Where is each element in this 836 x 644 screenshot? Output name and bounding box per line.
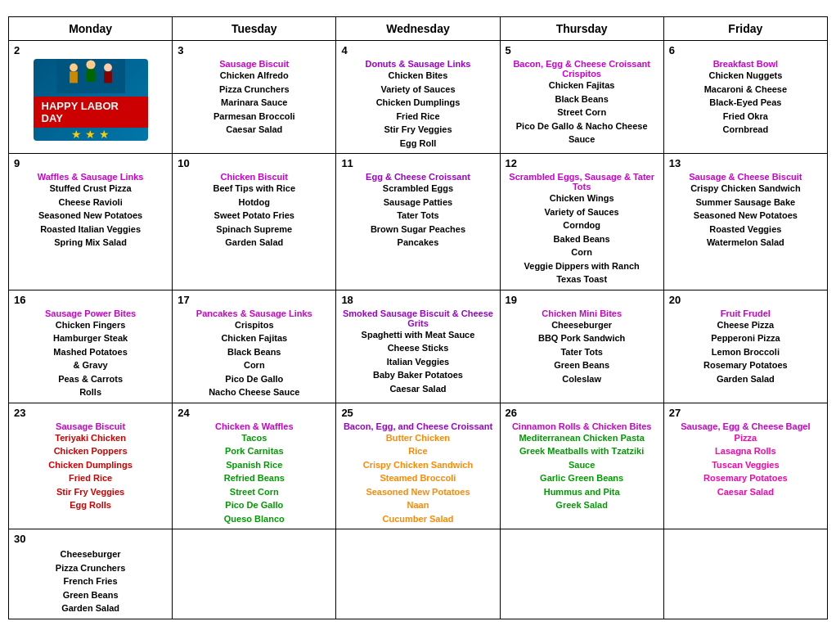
day-number: 23 <box>14 407 167 419</box>
lunch-item: Pepperoni Pizza <box>669 331 822 345</box>
lunch-item: Cucumber Salad <box>341 512 494 526</box>
day-cell: 19Chicken Mini BitesCheeseburgerBBQ Pork… <box>500 290 663 403</box>
lunch-item: Pizza Crunchers <box>178 83 330 97</box>
lunch-item: Stir Fry Veggies <box>14 485 167 499</box>
day-cell: 12Scrambled Eggs, Sausage & Tater TotsCh… <box>500 154 663 290</box>
lunch-item: Pizza Crunchers <box>14 561 167 575</box>
lunch-item: Pico De Gallo <box>178 498 330 512</box>
lunch-item: Pizza <box>669 431 822 445</box>
day-cell <box>336 529 500 619</box>
labor-day-image: HAPPY LABOR DAY ★ ★ ★ <box>34 59 148 141</box>
lunch-item: Chicken Dumplings <box>341 96 494 110</box>
lunch-item: Chicken Fajitas <box>178 331 330 345</box>
lunch-item: Scrambled Eggs <box>341 182 494 196</box>
day-number: 3 <box>178 44 330 56</box>
week-row-3: 23Sausage BiscuitTeriyaki ChickenChicken… <box>9 403 828 529</box>
lunch-item: Coleslaw <box>506 372 658 386</box>
breakfast-item: Sausage & Cheese Biscuit <box>669 172 822 182</box>
svg-point-1 <box>70 64 78 72</box>
lunch-item: Sausage Patties <box>341 196 494 209</box>
lunch-item: Greek Meatballs with Tzatziki <box>506 444 658 458</box>
lunch-item: Mashed Potatoes <box>14 345 167 359</box>
lunch-items: Chicken BitesVariety of SaucesChicken Du… <box>341 69 494 150</box>
lunch-items: CrispitosChicken FajitasBlack BeansCornP… <box>178 318 330 399</box>
day-cell: 18Smoked Sausage Biscuit & Cheese GritsS… <box>336 290 500 403</box>
day-number: 26 <box>506 407 658 419</box>
breakfast-item: Bacon, Egg, and Cheese Croissant <box>341 421 494 431</box>
lunch-item: Variety of Sauces <box>506 205 658 219</box>
lunch-item: Cheeseburger <box>14 547 167 561</box>
lunch-items: CheeseburgerPizza CrunchersFrench FriesG… <box>14 547 167 615</box>
lunch-item: Spinach Supreme <box>178 223 330 236</box>
lunch-item: Hamburger Steak <box>14 331 167 345</box>
day-number: 19 <box>506 294 658 306</box>
lunch-items: Spaghetti with Meat SauceCheese SticksIt… <box>341 328 494 396</box>
lunch-item: Watermelon Salad <box>669 236 822 250</box>
lunch-item: Spring Mix Salad <box>14 236 167 250</box>
lunch-item: Tater Tots <box>341 209 494 223</box>
lunch-item: Italian Veggies <box>341 355 494 369</box>
lunch-item: Stir Fry Veggies <box>341 123 494 137</box>
day-number: 24 <box>178 407 330 419</box>
day-number: 18 <box>341 294 494 306</box>
lunch-item: Cornbread <box>669 123 822 137</box>
lunch-item: Baby Baker Potatoes <box>341 368 494 382</box>
breakfast-item: Scrambled Eggs, Sausage & Tater Tots <box>506 172 658 191</box>
lunch-item: Chicken Poppers <box>14 444 167 458</box>
lunch-item: Lasagna Rolls <box>669 444 822 458</box>
svg-rect-2 <box>70 71 78 83</box>
lunch-item: Cheese Pizza <box>669 318 822 332</box>
day-number: 20 <box>669 294 822 306</box>
lunch-item: Chicken Fingers <box>14 318 167 332</box>
lunch-item: Garden Salad <box>178 236 330 250</box>
lunch-item: Fried Rice <box>14 471 167 485</box>
lunch-item: Greek Salad <box>506 498 658 512</box>
breakfast-item: Chicken Biscuit <box>178 172 330 182</box>
lunch-item: Chicken Fajitas <box>506 79 658 92</box>
day-cell: 2 HAPPY LABOR DAY ★ ★ ★ <box>9 41 173 154</box>
lunch-item: Teriyaki Chicken <box>14 431 167 445</box>
lunch-item: Veggie Dippers with Ranch <box>506 259 658 273</box>
breakfast-item: Egg & Cheese Croissant <box>341 172 494 182</box>
lunch-item: Chicken Dumplings <box>14 458 167 472</box>
lunch-item: Peas & Carrots <box>14 372 167 386</box>
day-number: 30 <box>14 533 167 545</box>
day-cell: 30CheeseburgerPizza CrunchersFrench Frie… <box>9 529 173 619</box>
lunch-items: TacosPork CarnitasSpanish RiceRefried Be… <box>178 431 330 526</box>
day-number: 12 <box>506 157 658 169</box>
breakfast-item: Pancakes & Sausage Links <box>178 308 330 318</box>
lunch-item: Queso Blanco <box>178 512 330 526</box>
day-cell: 27Sausage, Egg & Cheese BagelPizzaLasagn… <box>663 403 827 529</box>
lunch-item: Caesar Salad <box>669 485 822 499</box>
lunch-item: Pico De Gallo & Nacho Cheese <box>506 119 658 133</box>
day-cell: 23Sausage BiscuitTeriyaki ChickenChicken… <box>9 403 173 529</box>
lunch-item: Texas Toast <box>506 272 658 286</box>
lunch-item: Cheese Sticks <box>341 341 494 355</box>
lunch-item: Mediterranean Chicken Pasta <box>506 431 658 445</box>
lunch-item: Spaghetti with Meat Sauce <box>341 328 494 342</box>
lunch-item: Pancakes <box>341 236 494 250</box>
day-cell: 11Egg & Cheese CroissantScrambled EggsSa… <box>336 154 500 290</box>
lunch-item: Seasoned New Potatoes <box>341 485 494 499</box>
day-number: 2 <box>14 44 167 56</box>
lunch-item: Caesar Salad <box>341 382 494 396</box>
day-number: 17 <box>178 294 330 306</box>
week-row-2: 16Sausage Power BitesChicken FingersHamb… <box>9 290 828 403</box>
lunch-item: Hotdog <box>178 196 330 209</box>
day-cell: 6Breakfast BowlChicken NuggetsMacaroni &… <box>663 41 827 154</box>
day-number: 27 <box>669 407 822 419</box>
lunch-item: Rice <box>341 444 494 458</box>
lunch-item: Fried Rice <box>341 110 494 124</box>
lunch-item: Black-Eyed Peas <box>669 96 822 110</box>
lunch-items: Cheese PizzaPepperoni PizzaLemon Broccol… <box>669 318 822 386</box>
breakfast-item: Breakfast Bowl <box>669 59 822 69</box>
lunch-item: Tater Tots <box>506 345 658 359</box>
lunch-items: Butter ChickenRiceCrispy Chicken Sandwic… <box>341 431 494 526</box>
lunch-items: Beef Tips with RiceHotdogSweet Potato Fr… <box>178 182 330 250</box>
lunch-item: & Gravy <box>14 358 167 372</box>
lunch-item: Rolls <box>14 385 167 399</box>
breakfast-item: Donuts & Sausage Links <box>341 59 494 69</box>
lunch-item: Sauce <box>506 458 658 472</box>
lunch-items: Chicken WingsVariety of SaucesCorndogBak… <box>506 191 658 286</box>
lunch-item: Hummus and Pita <box>506 485 658 499</box>
